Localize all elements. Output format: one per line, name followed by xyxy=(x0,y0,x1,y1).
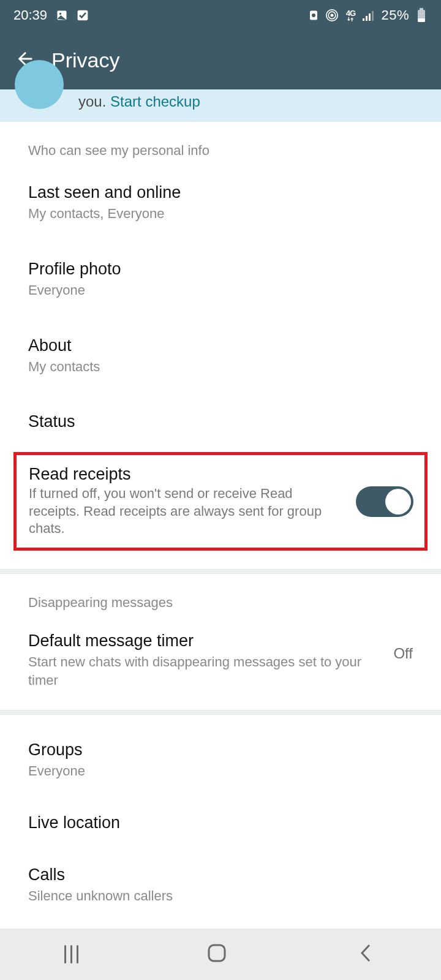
section-divider xyxy=(0,710,441,715)
privacy-checkup-banner[interactable]: you. Start checkup xyxy=(0,89,441,122)
setting-value: Off xyxy=(393,631,413,662)
setting-title: Read receipts xyxy=(29,465,346,484)
system-nav-bar xyxy=(0,929,441,980)
nav-back-button[interactable] xyxy=(356,943,377,966)
setting-title: About xyxy=(28,336,413,355)
setting-groups[interactable]: Groups Everyone xyxy=(0,726,441,795)
read-receipts-toggle[interactable] xyxy=(356,486,413,517)
banner-illustration xyxy=(15,60,64,109)
image-icon xyxy=(56,9,68,21)
svg-rect-9 xyxy=(366,16,368,21)
setting-title: Status xyxy=(28,412,413,431)
app-indicator-icon xyxy=(307,9,320,21)
battery-percentage: 25% xyxy=(381,7,409,23)
app-bar: Privacy xyxy=(0,31,441,89)
svg-point-5 xyxy=(331,14,334,17)
setting-title: Calls xyxy=(28,865,413,884)
svg-rect-15 xyxy=(209,945,225,961)
section-divider xyxy=(0,569,441,574)
setting-last-seen[interactable]: Last seen and online My contacts, Everyo… xyxy=(0,165,441,241)
page-title: Privacy xyxy=(51,48,119,72)
battery-icon xyxy=(415,9,428,21)
setting-about[interactable]: About My contacts xyxy=(0,318,441,394)
setting-title: Groups xyxy=(28,741,413,760)
setting-status[interactable]: Status xyxy=(0,394,441,450)
setting-subtitle: Silence unknown callers xyxy=(28,887,413,905)
setting-subtitle: Start new chats with disappearing messag… xyxy=(28,653,379,689)
setting-title: Live location xyxy=(28,813,413,832)
setting-subtitle: My contacts xyxy=(28,358,413,376)
checkbox-icon xyxy=(77,9,89,21)
nav-recents-button[interactable] xyxy=(64,945,78,963)
section-header-disappearing: Disappearing messages xyxy=(0,574,441,617)
signal-icon xyxy=(363,9,375,21)
hotspot-icon xyxy=(326,9,338,21)
setting-title: Profile photo xyxy=(28,260,413,279)
setting-default-message-timer[interactable]: Default message timer Start new chats wi… xyxy=(0,617,441,704)
setting-title: Default message timer xyxy=(28,631,379,650)
status-time: 20:39 xyxy=(13,7,47,23)
svg-point-1 xyxy=(59,13,61,15)
nav-home-button[interactable] xyxy=(206,943,227,966)
setting-calls[interactable]: Calls Silence unknown callers xyxy=(0,851,441,920)
setting-read-receipts-highlighted[interactable]: Read receipts If turned off, you won't s… xyxy=(13,452,428,551)
svg-rect-12 xyxy=(420,8,423,10)
svg-rect-11 xyxy=(372,11,374,21)
start-checkup-link[interactable]: Start checkup xyxy=(110,93,200,110)
svg-rect-8 xyxy=(363,18,364,21)
setting-subtitle: Everyone xyxy=(28,762,413,780)
svg-rect-10 xyxy=(369,13,371,21)
svg-point-4 xyxy=(312,13,315,17)
setting-subtitle: If turned off, you won't send or receive… xyxy=(29,485,346,538)
setting-profile-photo[interactable]: Profile photo Everyone xyxy=(0,241,441,318)
setting-live-location[interactable]: Live location xyxy=(0,795,441,851)
setting-subtitle: Everyone xyxy=(28,281,413,300)
setting-title: Last seen and online xyxy=(28,183,413,202)
setting-subtitle: My contacts, Everyone xyxy=(28,205,413,223)
section-header-personal-info: Who can see my personal info xyxy=(0,122,441,165)
network-4g-icon: 4G xyxy=(344,9,356,21)
svg-rect-14 xyxy=(418,18,425,22)
status-bar: 20:39 4G 25% xyxy=(0,0,441,31)
banner-text: you. Start checkup xyxy=(78,89,200,111)
